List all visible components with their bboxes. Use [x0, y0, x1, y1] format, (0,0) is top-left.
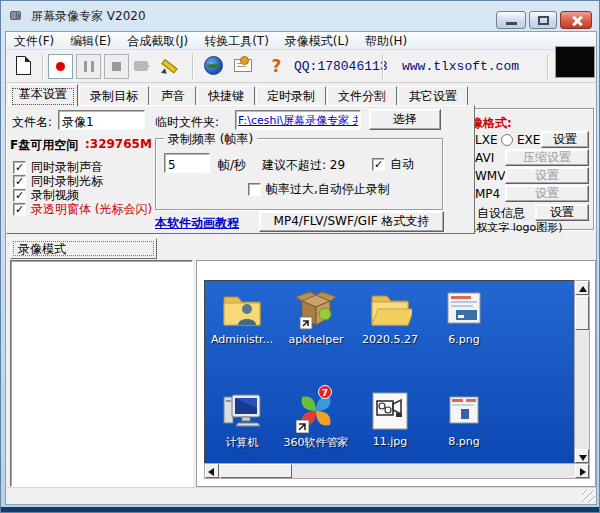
menu-record-mode[interactable]: 录像模式(L)	[277, 32, 357, 50]
menubar: 文件(F) 编辑(E) 合成截取(J) 转换工具(T) 录像模式(L) 帮助(H…	[6, 32, 596, 50]
toolbar-separator	[547, 54, 549, 79]
desktop-icon-11jpg[interactable]: 11.jpg	[355, 389, 425, 473]
frequency-field-wrap	[164, 153, 210, 173]
horizontal-scroll-thumb[interactable]	[220, 464, 292, 478]
user-folder-icon	[220, 287, 264, 331]
minimize-button[interactable]	[496, 11, 526, 29]
custom-info-settings-button[interactable]: 设置	[535, 204, 589, 221]
radio-icon	[501, 134, 513, 146]
record-icon	[56, 62, 65, 71]
tab-label: 文件分割	[338, 89, 386, 103]
desktop-icon-apkhelper[interactable]: apkhelper	[281, 287, 351, 371]
desktop-icon-label: 2020.5.27	[355, 333, 425, 346]
pen-button[interactable]	[160, 54, 185, 79]
notification-badge: 7	[318, 385, 332, 399]
menu-file[interactable]: 文件(F)	[6, 32, 62, 50]
desktop-icon-8png[interactable]: 8.png	[429, 389, 499, 473]
wmv-settings-button[interactable]: 设置	[505, 167, 589, 184]
checkbox-transparent-window[interactable]: ✓ 录透明窗体 (光标会闪)	[13, 201, 152, 218]
camera-icon	[134, 61, 148, 71]
tab-hotkeys[interactable]: 快捷键	[197, 86, 255, 106]
website-button[interactable]	[202, 54, 227, 79]
menu-convert-tools[interactable]: 转换工具(T)	[196, 32, 277, 50]
desktop-icon-administrator[interactable]: Administr...	[207, 287, 277, 371]
camera-button[interactable]	[132, 54, 157, 79]
shortcut-arrow-icon	[296, 420, 309, 433]
desktop-icon-label: 计算机	[207, 435, 277, 450]
checkbox-stop-on-overload[interactable]: 帧率过大,自动停止录制	[248, 181, 390, 198]
preview-horizontal-scrollbar[interactable]	[204, 463, 590, 479]
scroll-right-button[interactable]	[575, 464, 589, 478]
choose-folder-button[interactable]: 选择	[369, 109, 441, 130]
preview-monitor	[555, 46, 595, 78]
folder-icon	[368, 287, 412, 331]
scroll-down-icon	[579, 455, 587, 461]
tab-record-target[interactable]: 录制目标	[79, 86, 149, 106]
computer-icon	[220, 389, 264, 433]
client-area: 文件(F) 编辑(E) 合成截取(J) 转换工具(T) 录像模式(L) 帮助(H…	[5, 31, 597, 505]
desktop-icon-360-manager[interactable]: 7 360软件管家	[281, 389, 351, 473]
tab-label: 其它设置	[409, 89, 457, 103]
tab-label: 定时录制	[267, 89, 315, 103]
app-window: 屏幕录像专家 V2020 文件(F) 编辑(E) 合成截取(J) 转换工具(T)…	[0, 0, 600, 513]
mp4-settings-button[interactable]: 设置	[505, 185, 589, 202]
desktop-icon-label: 6.png	[429, 333, 499, 346]
checkbox-label: 自动	[390, 156, 414, 173]
desktop-icon-label: 8.png	[429, 435, 499, 448]
menu-capture[interactable]: 合成截取(J)	[119, 32, 196, 50]
qq-contact: QQ:178046113	[294, 59, 388, 74]
desktop-icon-computer[interactable]: 计算机	[207, 389, 277, 473]
scroll-down-button[interactable]	[575, 449, 589, 463]
resize-grip[interactable]	[582, 490, 595, 503]
copyright-note: (版权文字 logo图形)	[461, 220, 563, 235]
vertical-scroll-thumb[interactable]	[575, 296, 589, 330]
tutorial-link[interactable]: 本软件动画教程	[155, 215, 239, 232]
disk-space-value: :329765M	[85, 137, 152, 151]
stop-button[interactable]	[104, 54, 129, 79]
tab-scheduled-record[interactable]: 定时录制	[256, 86, 326, 106]
tab-basic-settings[interactable]: 基本设置	[8, 84, 78, 106]
maximize-button[interactable]	[529, 11, 557, 29]
recording-list[interactable]	[10, 260, 193, 487]
menu-edit[interactable]: 编辑(E)	[62, 32, 119, 50]
filename-input[interactable]	[59, 114, 144, 132]
radio-exe[interactable]: EXE	[501, 133, 540, 147]
lxe-settings-button[interactable]: 设置	[541, 131, 589, 148]
scroll-up-button[interactable]	[575, 281, 589, 295]
tab-file-split[interactable]: 文件分割	[327, 86, 397, 106]
checkbox-auto[interactable]: ✓ 自动	[372, 156, 414, 173]
frequency-input[interactable]	[165, 156, 209, 174]
record-mode-tab[interactable]: 录像模式	[10, 238, 157, 259]
pause-button[interactable]	[76, 54, 101, 79]
frequency-hint: 建议不超过: 29	[262, 157, 345, 174]
maximize-icon	[538, 16, 549, 25]
format-support-button[interactable]: MP4/FLV/SWF/GIF 格式支持	[259, 211, 444, 232]
statusbar	[6, 487, 596, 504]
record-button[interactable]	[48, 54, 73, 79]
new-file-icon	[16, 56, 31, 75]
preview-vertical-scrollbar[interactable]	[574, 280, 590, 464]
toolbar-separator	[192, 54, 194, 79]
help-button[interactable]: ?	[264, 54, 289, 79]
radio-label: MP4	[475, 187, 500, 201]
help-icon: ?	[264, 54, 289, 79]
scroll-right-icon	[580, 468, 586, 476]
desktop-icon-6png[interactable]: 6.png	[429, 287, 499, 371]
minimize-icon	[506, 22, 517, 25]
toolbar-separator	[382, 54, 384, 79]
tab-other-settings[interactable]: 其它设置	[398, 86, 468, 106]
temp-folder-field[interactable]: F:\ceshi\屏幕录像专家 共	[235, 110, 361, 130]
frequency-group-label: 录制频率 (帧率)	[164, 131, 257, 148]
menu-help[interactable]: 帮助(H)	[357, 32, 415, 50]
desktop-icon-folder-2020-5-27[interactable]: 2020.5.27	[355, 287, 425, 371]
website-link[interactable]: www.tlxsoft.com	[402, 59, 519, 74]
close-button[interactable]	[560, 11, 592, 29]
register-button[interactable]	[232, 54, 257, 79]
close-icon	[571, 15, 583, 27]
new-file-button[interactable]	[12, 54, 37, 79]
scroll-left-button[interactable]	[205, 464, 219, 478]
avi-settings-button[interactable]: 压缩设置	[505, 149, 589, 166]
window-title: 屏幕录像专家 V2020	[31, 8, 146, 25]
tab-label: 快捷键	[208, 89, 244, 103]
tab-sound[interactable]: 声音	[150, 86, 196, 106]
